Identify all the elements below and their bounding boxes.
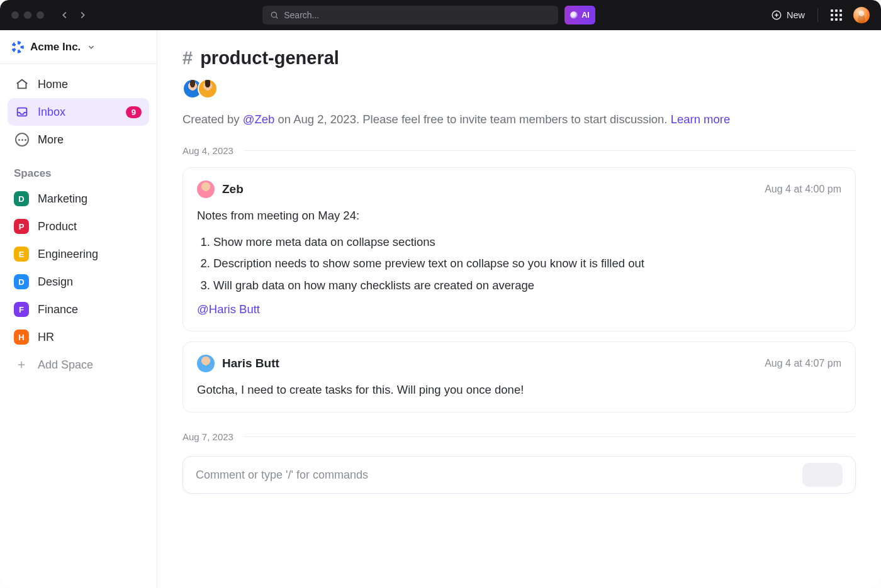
space-item-finance[interactable]: F Finance [0,296,157,323]
hash-icon: # [182,48,193,69]
search-placeholder: Search... [284,10,319,20]
space-chip: D [14,274,29,289]
spaces-heading: Spaces [0,156,157,185]
space-chip: F [14,302,29,317]
window-controls[interactable] [11,11,49,19]
new-button[interactable]: New [771,9,805,21]
comment-input[interactable]: Comment or type '/' for commands [182,456,856,494]
add-space-button[interactable]: Add Space [0,351,157,379]
message[interactable]: Zeb Aug 4 at 4:00 pm Notes from meeting … [182,167,856,331]
author-avatar [197,355,215,372]
author-name: Zeb [222,182,244,196]
user-avatar[interactable] [853,7,870,23]
inbox-badge: 9 [126,106,142,118]
channel-meta: Created by @Zeb on Aug 2, 2023. Please f… [182,113,856,126]
sidebar: Acme Inc. Home Inbox 9 More [0,30,157,588]
inbox-icon [15,105,29,119]
plus-icon [14,357,29,372]
apps-button[interactable] [831,9,842,21]
mention[interactable]: @Haris Butt [197,301,841,319]
list-item: Will grab data on how many checklists ar… [213,275,841,297]
channel-title: # product-general [182,48,856,69]
composer-placeholder: Comment or type '/' for commands [196,469,368,482]
space-chip: D [14,191,29,206]
message-time: Aug 4 at 4:07 pm [765,358,841,369]
message-time: Aug 4 at 4:00 pm [765,184,841,195]
send-button[interactable] [802,463,843,487]
main-content: # product-general Created by @Zeb on Aug… [157,30,881,588]
workspace-name: Acme Inc. [30,41,81,53]
message[interactable]: Haris Butt Aug 4 at 4:07 pm Gotcha, I ne… [182,341,856,413]
ai-icon [570,11,578,19]
workspace-logo-icon [11,41,24,53]
workspace-switcher[interactable]: Acme Inc. [0,30,157,64]
sidebar-item-inbox[interactable]: Inbox 9 [8,98,149,126]
search-icon [270,11,279,19]
plus-circle-icon [771,9,782,21]
space-item-design[interactable]: D Design [0,268,157,296]
author-name: Haris Butt [222,357,279,370]
message-text: Gotcha, I need to create tasks for this.… [197,381,841,399]
nav-forward-button[interactable] [78,11,87,19]
sidebar-item-more[interactable]: More [8,126,149,153]
date-separator: Aug 7, 2023 [182,431,856,442]
creator-mention[interactable]: @Zeb [243,113,275,126]
svg-point-0 [272,12,277,17]
space-chip: P [14,219,29,234]
list-item: Show more meta data on collapse sections [213,231,841,253]
home-icon [15,77,29,91]
space-chip: H [14,330,29,345]
channel-members[interactable] [182,79,856,99]
search-input[interactable]: Search... [262,6,558,25]
member-avatar [198,79,218,99]
space-chip: E [14,247,29,262]
space-item-marketing[interactable]: D Marketing [0,185,157,213]
space-item-hr[interactable]: H HR [0,323,157,351]
chevron-down-icon [87,43,96,52]
author-avatar [197,180,215,198]
list-item: Description needs to show some preview t… [213,253,841,275]
learn-more-link[interactable]: Learn more [671,113,731,126]
nav-back-button[interactable] [60,11,69,19]
more-icon [15,133,29,147]
titlebar: Search... AI New [0,0,881,30]
message-text: Notes from meeting on May 24: [197,207,841,225]
date-separator: Aug 4, 2023 [182,145,856,156]
sidebar-item-home[interactable]: Home [8,70,149,98]
space-item-engineering[interactable]: E Engineering [0,240,157,268]
space-item-product[interactable]: P Product [0,213,157,240]
ai-button[interactable]: AI [564,6,595,25]
